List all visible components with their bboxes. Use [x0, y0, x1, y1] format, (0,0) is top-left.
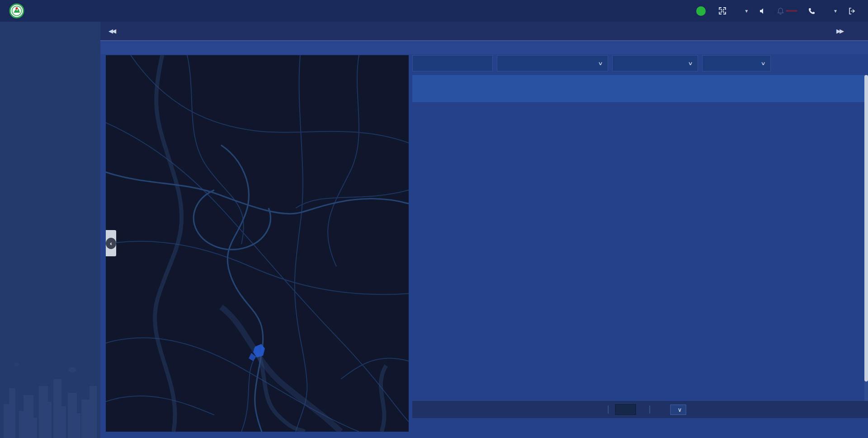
fullscreen-button[interactable]: [719, 7, 729, 14]
exit-icon: [849, 8, 856, 14]
main-area: ‹ ∨ ∨ ∨: [100, 54, 868, 438]
org-dropdown[interactable]: ▼: [829, 9, 838, 14]
pagination-bar: ∨: [412, 401, 868, 418]
map-collapse-handle[interactable]: ‹: [106, 230, 116, 256]
divider: [650, 405, 650, 414]
table-body: [412, 102, 868, 401]
theme-dropdown[interactable]: ▼: [740, 9, 749, 14]
chevron-left-icon: ‹: [106, 238, 116, 249]
help-button[interactable]: [808, 8, 818, 14]
tabs-scroll-right-button[interactable]: ▶▶: [836, 28, 843, 34]
sidebar: [0, 22, 100, 438]
right-panel: ∨ ∨ ∨: [412, 55, 868, 418]
app-logo-icon: [9, 3, 24, 19]
status-filter-select[interactable]: ∨: [702, 55, 771, 71]
mute-button[interactable]: [760, 8, 766, 14]
speaker-icon: [760, 8, 766, 14]
chevron-down-icon: ∨: [760, 61, 765, 66]
chevron-down-icon: ∨: [688, 61, 693, 66]
phone-icon: [808, 8, 815, 14]
content-area: ◀◀ ▶▶: [100, 22, 868, 438]
region-filter-select[interactable]: ∨: [497, 55, 608, 71]
temperature-badge: [696, 6, 706, 16]
record-range-label: [857, 406, 861, 413]
map-panel[interactable]: ‹: [106, 55, 409, 432]
page-size-select[interactable]: ∨: [670, 405, 686, 415]
divider: [608, 405, 609, 414]
logout-button[interactable]: [849, 8, 859, 14]
stats-bar: [100, 41, 868, 54]
page-number-input[interactable]: [615, 404, 636, 415]
notification-count-badge: [786, 10, 797, 12]
chevron-down-icon: ▼: [744, 9, 749, 14]
map-roads: [106, 55, 409, 432]
chevron-down-icon: ▼: [833, 9, 838, 14]
filter-bar: ∨ ∨ ∨: [412, 55, 868, 71]
temperature-indicator: [696, 6, 708, 16]
tab-bar: ◀◀ ▶▶: [100, 22, 868, 41]
tabs-scroll-left-button[interactable]: ◀◀: [100, 22, 123, 40]
industry-filter-select[interactable]: ∨: [612, 55, 698, 71]
skyline-decoration: [0, 361, 100, 438]
name-filter-input[interactable]: [412, 55, 493, 71]
chevron-down-icon: ∨: [598, 61, 603, 66]
bell-icon: [777, 7, 784, 14]
table-scrollbar[interactable]: [864, 75, 868, 401]
fullscreen-icon: [719, 7, 726, 14]
table-header: [412, 75, 868, 102]
chevron-down-icon: ∨: [678, 406, 682, 413]
notifications[interactable]: [777, 7, 797, 14]
enterprise-table: [412, 75, 868, 401]
top-header: ▼ ▼: [0, 0, 868, 22]
